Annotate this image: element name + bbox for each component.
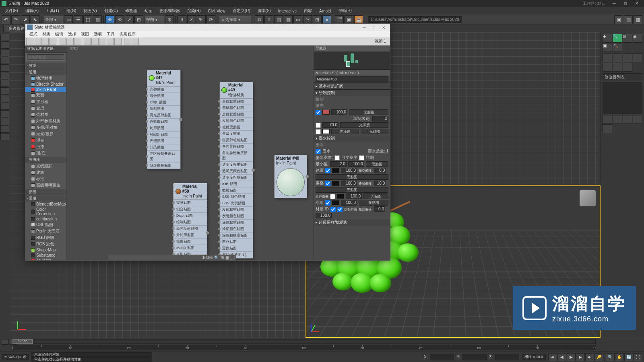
select-button[interactable]: ▭ (64, 15, 73, 24)
node-canvas[interactable]: 视图1 Material #47Ink 'n Paint 完整贴图混合贴图Dis… (66, 45, 314, 260)
undo-button[interactable]: ↶ (2, 15, 10, 24)
rollout-basic[interactable]: ▸ 基本材质扩展 (314, 82, 390, 89)
coord-x[interactable] (430, 354, 454, 360)
left-tool-1[interactable] (0, 34, 9, 41)
slate-tb-3[interactable] (41, 38, 49, 45)
tree-item[interactable]: 合成 (25, 105, 66, 111)
tree-item[interactable]: 外部参照材质 (25, 118, 66, 124)
node-slot[interactable]: 透明度颜色贴图 (220, 168, 253, 175)
sub-btn-6[interactable] (613, 63, 622, 72)
nav-orbit[interactable]: 🔄 (624, 353, 633, 361)
width-map-btn[interactable]: 无贴图 (366, 161, 388, 167)
ink-check[interactable] (316, 149, 321, 154)
spec-check[interactable] (316, 123, 321, 128)
menu-grapheditors[interactable]: 图形编辑器 (157, 7, 183, 14)
node-slot[interactable]: 完整贴图 (174, 200, 207, 206)
slate-menu-edit[interactable]: 编辑 (53, 31, 66, 37)
var-width-check[interactable] (334, 155, 340, 160)
node-slot[interactable]: 外轮廓贴图 (174, 232, 207, 239)
node-slot[interactable]: 透明度权重贴图 (220, 162, 253, 168)
left-tool-12[interactable] (0, 118, 9, 125)
slate-tb-1[interactable] (26, 38, 33, 45)
node-slot[interactable]: 漫反射粗糙贴图 (220, 137, 253, 144)
time-slider[interactable]: 0 / 100 (12, 339, 596, 344)
node-slot[interactable]: 绘制贴图 (147, 106, 180, 112)
node-slot[interactable]: 各向异性贴图 (220, 144, 253, 150)
rotate-button[interactable]: ⟲ (115, 15, 124, 24)
node-slot[interactable]: 混合贴图 (174, 206, 207, 213)
scale-button[interactable]: ⤢ (125, 15, 134, 24)
slate-tb-13[interactable] (124, 38, 131, 45)
tree-item[interactable]: OSL 贴图 (25, 222, 66, 228)
goto-end[interactable]: ⏭ (585, 353, 594, 361)
stack-btn-4[interactable] (633, 115, 642, 124)
canvas-tool-3[interactable]: ▦ (225, 255, 229, 260)
lighted-map-btn[interactable]: 无贴图 (349, 109, 388, 115)
layers-button[interactable]: ▤ (274, 15, 283, 24)
slate-menu-material[interactable]: 材质 (40, 31, 53, 37)
maximize-button[interactable]: □ (620, 0, 631, 7)
tree-item[interactable]: 多维/子对象 (25, 124, 66, 131)
node-slot[interactable]: SSS 颜色贴图 (220, 194, 253, 200)
ribbon-toggle[interactable]: ▭ (293, 15, 302, 24)
node-slot[interactable]: 涂层权重贴图 (220, 220, 253, 226)
menu-file[interactable]: 文件(F) (2, 7, 21, 14)
node-slot[interactable]: 混合贴图 (147, 93, 180, 99)
modify-tab[interactable]: 🔧 (613, 34, 622, 43)
node-slot[interactable]: 各向异性角度贴图 (220, 150, 253, 162)
material-editor[interactable]: ● (322, 15, 331, 24)
node-slot[interactable]: 阴影颜色贴图 (147, 162, 180, 169)
slate-menu-select[interactable]: 选择 (66, 31, 78, 37)
left-tool-5[interactable] (0, 64, 9, 72)
timeline-btn-1[interactable] (2, 339, 9, 345)
node-slot[interactable]: 光照贴图 (147, 138, 180, 144)
select-region-button[interactable]: ◫ (83, 15, 92, 24)
selection-filter[interactable]: 全部 ▾ (43, 16, 63, 24)
node-slot[interactable]: 完整贴图 (147, 86, 180, 93)
shade-check[interactable] (316, 129, 321, 134)
sub-btn-4[interactable] (633, 53, 642, 62)
material-name-input[interactable] (316, 76, 388, 82)
sub-btn-1[interactable] (603, 53, 612, 62)
slate-titlebar[interactable]: Slate 材质编辑器 ─ □ ✕ (25, 24, 390, 31)
close-button[interactable]: ✕ (631, 0, 642, 7)
sub-btn-3[interactable] (623, 53, 632, 62)
slate-tb-11[interactable] (107, 38, 114, 45)
nav-zoom[interactable]: 🔍 (606, 353, 615, 361)
canvas-tool-4[interactable]: ⛶ (231, 255, 235, 260)
left-tool-6[interactable] (0, 72, 9, 79)
angle-snap[interactable]: ∠ (187, 15, 196, 24)
node-slot[interactable]: 轮廓贴图 (174, 239, 207, 245)
small-check[interactable] (325, 200, 330, 206)
tree-item[interactable]: combustion (25, 216, 66, 222)
coord-z[interactable] (495, 354, 519, 360)
stack-btn-2[interactable] (613, 115, 622, 124)
node-slot[interactable]: 发射权重贴图 (220, 207, 253, 213)
ref-coord-system[interactable]: 视图 ▾ (144, 16, 164, 24)
prev-frame[interactable]: ◀ (557, 353, 566, 361)
node-slot[interactable]: 基础颜色贴图 (220, 105, 253, 111)
coord-y[interactable] (462, 354, 487, 360)
sub-btn-2[interactable] (613, 53, 622, 62)
redo-button[interactable]: ↷ (11, 15, 20, 24)
node-slot[interactable]: 金属度贴图 (220, 131, 253, 137)
lighted-check[interactable] (316, 110, 321, 115)
slate-tb-10[interactable] (99, 38, 106, 45)
node-slot[interactable]: 涂层粗糙度贴图 (220, 232, 253, 239)
tree-item[interactable]: 标准 (25, 176, 66, 182)
left-tool-14[interactable] (0, 133, 9, 140)
tree-item[interactable]: 顶/底 (25, 150, 66, 156)
display-tab[interactable]: ▣ (603, 43, 612, 52)
time-thumb[interactable]: 0 / 100 (12, 339, 33, 344)
left-tool-8[interactable] (0, 87, 9, 95)
left-tool-13[interactable] (0, 125, 9, 133)
node-slot[interactable]: Disp. 贴图 (174, 213, 207, 219)
slate-close[interactable]: ✕ (379, 24, 388, 31)
tool-b[interactable]: ▤ (624, 15, 633, 24)
snap-toggle[interactable]: 3 (178, 15, 186, 24)
select-name-button[interactable]: ☰ (74, 15, 83, 24)
minimize-button[interactable]: ─ (609, 0, 620, 7)
slate-minimize[interactable]: ─ (359, 24, 369, 31)
node-slot[interactable]: 透明度粗糙贴图 (220, 175, 253, 181)
tree-item[interactable]: 虫漆 (25, 144, 66, 150)
